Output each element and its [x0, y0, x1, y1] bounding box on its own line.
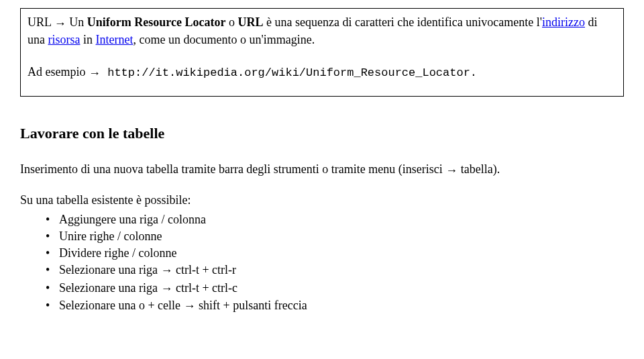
list-text: Dividere righe / colonne — [59, 246, 176, 260]
def-bold: Uniform Resource Locator — [87, 15, 226, 29]
link-indirizzo[interactable]: indirizzo — [542, 15, 585, 29]
section-intro: Inserimento di una nuova tabella tramite… — [20, 161, 624, 178]
def-abbr: URL — [237, 15, 263, 29]
list-text: ctrl-t + ctrl-c — [172, 281, 237, 295]
list-item: Selezionare una riga → ctrl-t + ctrl-c — [46, 280, 624, 297]
example-url: http://it.wikipedia.org/wiki/Uniform_Res… — [101, 66, 477, 79]
arrow-right-icon: → — [445, 162, 458, 178]
def-text: , come un documento o un'immagine. — [133, 33, 315, 46]
term-label: URL — [28, 15, 51, 29]
intro-text: tabella). — [458, 162, 500, 176]
definition-box: URL → Un Uniform Resource Locator o URL … — [20, 8, 624, 97]
list-text: ctrl-t + ctrl-r — [172, 263, 236, 276]
list-intro: Su una tabella esistente è possibile: — [20, 192, 624, 208]
list-item: Dividere righe / colonne — [46, 245, 624, 262]
def-text: Un — [69, 15, 87, 29]
intro-text: Inserimento di una nuova tabella tramite… — [20, 162, 445, 176]
list-item: Selezionare una riga → ctrl-t + ctrl-r — [46, 262, 624, 279]
def-text: in — [80, 33, 96, 46]
list-text: Aggiungere una riga / colonna — [59, 213, 206, 226]
list-item: Selezionare una o + celle → shift + puls… — [46, 297, 624, 315]
bullet-list: Aggiungere una riga / colonna Unire righ… — [20, 211, 624, 315]
list-text: Selezionare una riga — [59, 281, 160, 295]
list-text: Unire righe / colonne — [59, 229, 162, 243]
section-heading: Lavorare con le tabelle — [20, 125, 624, 142]
link-internet[interactable]: Internet — [96, 33, 133, 46]
arrow-right-icon: → — [184, 298, 196, 315]
arrow-right-icon: → — [89, 65, 101, 81]
arrow-right-icon: → — [160, 262, 172, 279]
example-label: Ad esempio — [28, 65, 85, 79]
arrow-right-icon: → — [54, 15, 66, 32]
link-risorsa[interactable]: risorsa — [48, 33, 80, 46]
list-item: Aggiungere una riga / colonna — [46, 211, 624, 228]
example-paragraph: Ad esempio → http://it.wikipedia.org/wik… — [28, 64, 616, 81]
def-text: è una sequenza di caratteri che identifi… — [263, 15, 542, 29]
list-text: Selezionare una riga — [59, 263, 160, 276]
list-text: shift + pulsanti freccia — [196, 299, 307, 312]
list-item: Unire righe / colonne — [46, 228, 624, 245]
def-text: o — [225, 15, 237, 29]
arrow-right-icon: → — [160, 280, 172, 297]
list-text: Selezionare una o + celle — [59, 299, 184, 312]
definition-paragraph: URL → Un Uniform Resource Locator o URL … — [28, 14, 616, 48]
